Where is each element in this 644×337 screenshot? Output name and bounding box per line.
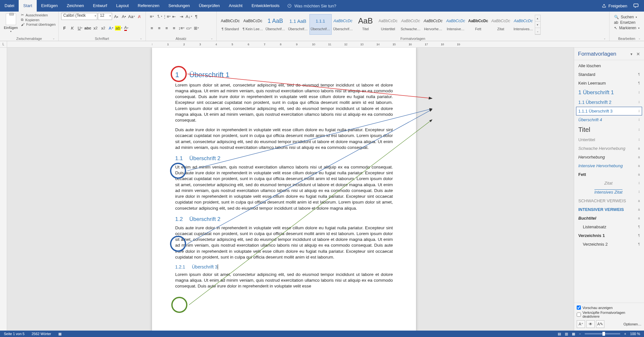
bullets-icon[interactable]: ≡	[148, 13, 156, 20]
find-button[interactable]: 🔍Suchen▾	[614, 15, 639, 19]
cut-button[interactable]: ✂Ausschneiden	[21, 13, 55, 17]
view-print-icon[interactable]: ▥	[565, 332, 568, 336]
page-indicator[interactable]: Seite 1 von 5	[4, 332, 24, 336]
panel-style-item[interactable]: Buchtitela	[576, 214, 642, 223]
underline-icon[interactable]: U	[77, 24, 84, 32]
panel-style-item[interactable]: Intensives Zitat⫱	[576, 187, 642, 196]
new-style-button[interactable]: A⁺	[577, 320, 585, 328]
word-count[interactable]: 2562 Wörter	[32, 332, 51, 336]
tab-referenzen[interactable]: Referenzen	[133, 0, 164, 12]
bold-icon[interactable]: F	[61, 24, 68, 32]
style-hervorhe[interactable]: AaBbCcDcHervorhe…	[422, 14, 444, 35]
tab-überprüfen[interactable]: Überprüfen	[194, 0, 224, 12]
options-link[interactable]: Optionen…	[623, 322, 641, 326]
style-berschrif[interactable]: AaBbCcDcÜberschrif…	[332, 14, 354, 35]
comments-icon[interactable]	[633, 3, 639, 9]
panel-style-item[interactable]: INTENSIVER VERWEISa	[576, 205, 642, 214]
strike-icon[interactable]: abc	[84, 24, 91, 32]
style-keinlee[interactable]: AaBbCcDc¶ Kein Lee…	[242, 14, 264, 35]
font-name-select[interactable]: Calibri (Textk	[61, 13, 97, 20]
style-berschrif[interactable]: 1.1 AaBÜberschrif…	[287, 14, 309, 35]
zoom-out-icon[interactable]: −	[579, 332, 581, 336]
text-effects-icon[interactable]: A	[108, 24, 115, 32]
tab-layout[interactable]: Layout	[112, 0, 133, 12]
select-button[interactable]: ↖Markieren▾	[614, 26, 639, 30]
horizontal-ruler[interactable]: 12345678910111213141516171819	[7, 41, 644, 48]
numbering-icon[interactable]: ⒈	[156, 13, 163, 20]
tab-start[interactable]: Start	[19, 0, 36, 12]
superscript-icon[interactable]: x2	[100, 24, 107, 32]
zoom-slider[interactable]	[585, 333, 620, 334]
tab-sendungen[interactable]: Sendungen	[164, 0, 194, 12]
justify-icon[interactable]: ≡	[171, 24, 178, 32]
panel-style-item[interactable]: Listenabsatz¶	[576, 223, 642, 231]
grow-font-icon[interactable]: A▴	[113, 13, 120, 20]
panel-style-item[interactable]: SCHWACHER VERWEISa	[576, 196, 642, 205]
panel-style-item[interactable]: Schwache Hervorhebunga	[576, 144, 642, 153]
subscript-icon[interactable]: x2	[92, 24, 99, 32]
paste-button[interactable]: Einfügen ▾	[3, 13, 19, 33]
panel-style-item[interactable]: Titel⫱	[576, 124, 642, 135]
borders-icon[interactable]: ⊞	[193, 24, 200, 32]
linked-checkbox[interactable]: Verknüpfte Formatvorlagen deaktiviere	[577, 311, 641, 318]
indent-icon[interactable]: ⇥	[178, 13, 185, 20]
view-read-icon[interactable]: ▤	[558, 332, 561, 336]
manage-styles-button[interactable]: A✎	[596, 320, 604, 328]
tab-entwurf[interactable]: Entwurf	[89, 0, 112, 12]
tab-entwicklertools[interactable]: Entwicklertools	[247, 0, 284, 12]
panel-style-item[interactable]: Untertitel⫱	[576, 135, 642, 144]
font-color-icon[interactable]: A	[123, 24, 130, 32]
share-button[interactable]: Freigeben	[602, 4, 627, 8]
panel-style-item[interactable]: 1.1.1 Überschrift 3⫱	[576, 107, 642, 115]
macro-icon[interactable]: ▦	[58, 332, 62, 336]
font-size-select[interactable]: 12	[98, 13, 112, 20]
line-spacing-icon[interactable]: ↕≡	[178, 24, 185, 32]
clear-format-icon[interactable]: A̷	[136, 13, 143, 20]
tab-datei[interactable]: Datei	[0, 0, 19, 12]
document-area[interactable]: 1Überschrift 1 Lorem ipsum dolor sit ame…	[7, 48, 644, 331]
panel-style-item[interactable]: Hervorhebunga	[576, 153, 642, 161]
style-schwache[interactable]: AaBbCcDcSchwache…	[400, 14, 422, 35]
style-untertitel[interactable]: AaBbCcDcUntertitel	[377, 14, 399, 35]
style-titel[interactable]: AaBTitel	[355, 14, 377, 35]
view-web-icon[interactable]: ▦	[572, 332, 575, 336]
style-berschrif[interactable]: 1.1.1Überschrif…	[309, 14, 332, 35]
preview-checkbox[interactable]: Vorschau anzeigen	[577, 305, 641, 310]
sort-icon[interactable]: A↓	[185, 13, 193, 20]
replace-button[interactable]: abErsetzen	[614, 20, 639, 25]
outdent-icon[interactable]: ⇤	[171, 13, 178, 20]
style-zitat[interactable]: AaBbCcDcZitat	[490, 14, 512, 35]
multilevel-icon[interactable]: ⋮≡	[163, 13, 170, 20]
panel-style-item[interactable]: Intensive Hervorhebunga	[576, 161, 642, 170]
panel-style-item[interactable]: 1.1 Überschrift 2⫱	[576, 98, 642, 107]
panel-style-item[interactable]: Kein Leerraum¶	[576, 79, 642, 87]
vertical-ruler[interactable]	[0, 48, 7, 331]
panel-style-item[interactable]: Zitat⫱	[576, 179, 642, 187]
align-left-icon[interactable]: ≡	[148, 24, 156, 32]
highlight-icon[interactable]: ab	[115, 24, 122, 32]
style-fett[interactable]: AaBbCcDcFett	[467, 14, 489, 35]
panel-style-item[interactable]: Verzeichnis 2¶	[576, 240, 642, 249]
align-right-icon[interactable]: ≡	[163, 24, 170, 32]
zoom-level[interactable]: 100 %	[630, 332, 640, 336]
tab-selector[interactable]: L	[0, 41, 7, 48]
zoom-in-icon[interactable]: +	[624, 332, 626, 336]
shrink-font-icon[interactable]: A▾	[120, 13, 128, 20]
inspector-button[interactable]: 👁	[586, 320, 595, 328]
italic-icon[interactable]: K	[69, 24, 76, 32]
style-gallery-more[interactable]: ▴▾⌄	[535, 15, 541, 35]
tell-me[interactable]: Was möchten Sie tun?	[287, 4, 336, 8]
style-standard[interactable]: AaBbCcDc¶ Standard	[219, 14, 242, 35]
close-icon[interactable]: ✕	[636, 51, 640, 57]
copy-button[interactable]: ⧉Kopieren	[21, 18, 55, 22]
tab-einfügen[interactable]: Einfügen	[37, 0, 62, 12]
panel-style-item[interactable]: Verzeichnis 1¶	[576, 231, 642, 240]
panel-style-item[interactable]: Fetta	[576, 170, 642, 179]
style-intensives[interactable]: AaBbCcDcIntensives…	[512, 14, 535, 35]
panel-style-item[interactable]: Standard¶	[576, 70, 642, 79]
tab-ansicht[interactable]: Ansicht	[224, 0, 247, 12]
align-center-icon[interactable]: ≡	[156, 24, 163, 32]
show-marks-icon[interactable]: ¶	[193, 13, 200, 20]
style-intensive[interactable]: AaBbCcDcIntensive…	[445, 14, 467, 35]
style-berschrif[interactable]: 1 AaBÜberschrif…	[264, 14, 287, 35]
